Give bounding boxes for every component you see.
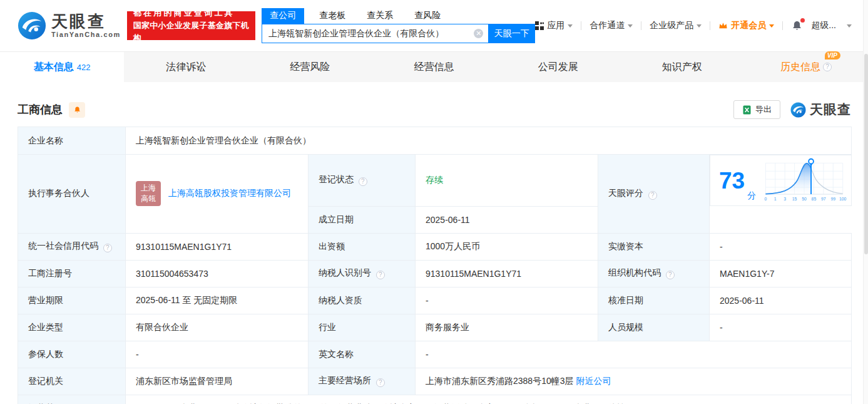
field-label-est-date: 成立日期 [309, 206, 416, 233]
field-label-paid-capital: 实缴资本 [598, 233, 710, 260]
scrollbar-thumb[interactable] [864, 54, 868, 254]
field-label-business-scope: 经营范围 [18, 395, 126, 404]
apps-grid-icon [535, 21, 544, 30]
field-label-company-name: 企业名称 [18, 127, 126, 155]
tianyancha-watermark: 天眼查 [790, 101, 851, 118]
search-tab-risk[interactable]: 查风险 [408, 8, 447, 24]
tianyancha-logo-icon [18, 11, 46, 40]
value-text: 浦东新区市场监督管理局 [136, 376, 232, 386]
tab-operation-risk[interactable]: 经营风险 [248, 52, 372, 82]
label-text: 登记机关 [28, 376, 63, 386]
nearby-companies-link[interactable]: 附近公司 [576, 376, 611, 386]
tianyancha-watermark-icon [790, 102, 806, 118]
label-text: 人员规模 [608, 322, 643, 332]
score-axis-label: 97 [821, 197, 826, 201]
search-button[interactable]: 天眼一下 [488, 24, 535, 43]
search-tab-relation[interactable]: 查关系 [360, 8, 399, 24]
field-label-taxpayer-quality: 纳税人资质 [309, 287, 416, 314]
tab-risk-label: 经营风险 [290, 61, 330, 74]
value-text: 1000万人民币 [426, 241, 480, 251]
label-text: 执行事务合伙人 [28, 188, 89, 198]
score-axis-label: 100 [839, 197, 847, 201]
field-value-staff-size: - [710, 314, 852, 341]
page-scrollbar[interactable] [863, 0, 868, 404]
value-text: 2025-06-11 [720, 296, 764, 306]
search-tabs: 查公司 查老板 查关系 查风险 [262, 8, 535, 24]
tab-basic-info-count: 422 [77, 63, 91, 72]
subscribe-bell-button[interactable] [69, 102, 85, 118]
field-value-tianyan-score[interactable]: 73 分 0 1 [710, 155, 852, 206]
tab-operation-label: 经营信息 [414, 61, 454, 74]
nav-enterprise-products[interactable]: 企业级产品 [650, 20, 702, 31]
nav-enterprise-label: 企业级产品 [650, 20, 693, 31]
field-label-tianyan-score: 天眼评分 [598, 155, 710, 234]
label-text: 纳税人资质 [319, 295, 362, 305]
notification-dot [800, 18, 805, 23]
nav-divider [710, 21, 710, 30]
field-label-english-name: 英文名称 [309, 341, 416, 368]
help-icon[interactable] [648, 191, 657, 200]
nav-apps[interactable]: 应用 [535, 20, 573, 31]
field-label-credit-code: 统一社会信用代码 [18, 233, 126, 260]
tab-company-development[interactable]: 公司发展 [496, 52, 620, 82]
field-value-business-site: 上海市浦东新区秀浦路2388号10幢3层 附近公司 [416, 368, 852, 395]
help-icon[interactable] [666, 271, 675, 279]
value-text: MAEN1G1Y-7 [720, 269, 774, 279]
nav-account-label: 超级... [811, 20, 836, 31]
nav-divider [782, 21, 783, 30]
chevron-down-icon [769, 24, 774, 28]
tianyancha-logo[interactable]: 天眼查 TianYanCha.com [18, 11, 121, 40]
field-label-business-site: 主要经营场所 [309, 368, 416, 395]
vip-badge: VIP [825, 51, 840, 60]
nav-divider [581, 21, 581, 30]
business-info-table: 企业名称 上海瓴智新创企业管理合伙企业（有限合伙） 执行事务合伙人 上海 高瓴 … [18, 127, 852, 404]
nav-partner-channel[interactable]: 合作通道 [590, 20, 633, 31]
tab-history-label: 历史信息 [780, 61, 820, 74]
search-tab-boss[interactable]: 查老板 [313, 8, 352, 24]
help-icon[interactable] [359, 177, 367, 186]
score-axis-label: 15 [792, 197, 797, 201]
tab-history-info[interactable]: 历史信息 VIP [744, 52, 868, 82]
tab-basic-info[interactable]: 基本信息 422 [0, 52, 124, 82]
tab-operation-info[interactable]: 经营信息 [372, 52, 496, 82]
export-button[interactable]: 导出 [733, 100, 780, 119]
field-label-staff-size: 人员规模 [598, 314, 710, 341]
value-text: 91310115MAEN1G1Y71 [136, 242, 232, 252]
help-icon[interactable] [103, 244, 112, 252]
help-icon[interactable] [823, 63, 832, 71]
search-tab-company[interactable]: 查公司 [262, 8, 304, 24]
score-unit: 分 [747, 190, 756, 202]
tab-legal-proceedings[interactable]: 法律诉讼 [124, 52, 248, 82]
partner-company-link[interactable]: 上海高瓴股权投资管理有限公司 [168, 188, 291, 199]
field-label-taxpayer-id: 纳税人识别号 [309, 260, 416, 287]
value-text: - [426, 296, 429, 306]
label-text: 成立日期 [319, 214, 354, 224]
export-button-label: 导出 [755, 104, 772, 115]
notifications-bell[interactable] [791, 20, 803, 32]
chevron-down-icon [697, 24, 702, 28]
partner-avatar-badge[interactable]: 上海 高瓴 [136, 181, 161, 206]
top-nav: 应用 合作通道 企业级产品 开通会员 [535, 20, 852, 32]
slogan-line-2: 国家中小企业发展子基金旗下机构 [133, 19, 249, 44]
field-label-industry: 行业 [309, 314, 416, 341]
help-icon[interactable] [376, 378, 385, 387]
help-icon[interactable] [376, 271, 385, 279]
value-text: - [426, 350, 429, 360]
search-input[interactable] [262, 24, 488, 43]
nav-open-vip[interactable]: 开通会员 [718, 20, 774, 31]
slogan-line-1: 都在用的商业查询工具 [133, 7, 249, 19]
badge-line2: 高瓴 [141, 194, 156, 204]
slogan-banner: 都在用的商业查询工具 国家中小企业发展子基金旗下机构 [127, 11, 255, 40]
field-value-english-name: - [416, 341, 852, 368]
field-label-reg-status: 登记状态 [309, 155, 416, 207]
watermark-text: 天眼查 [810, 101, 851, 118]
label-text: 实缴资本 [608, 241, 643, 251]
label-text: 主要经营场所 [319, 375, 371, 385]
score-axis-label: 85 [812, 197, 817, 201]
tab-intellectual-property[interactable]: 知识产权 [620, 52, 744, 82]
field-value-reg-authority: 浦东新区市场监督管理局 [126, 368, 309, 395]
business-info-header: 工商信息 导出 天眼查 [18, 100, 851, 119]
badge-line1: 上海 [141, 183, 156, 194]
nav-account[interactable]: 超级... [811, 20, 852, 31]
label-text: 核准日期 [608, 295, 643, 305]
